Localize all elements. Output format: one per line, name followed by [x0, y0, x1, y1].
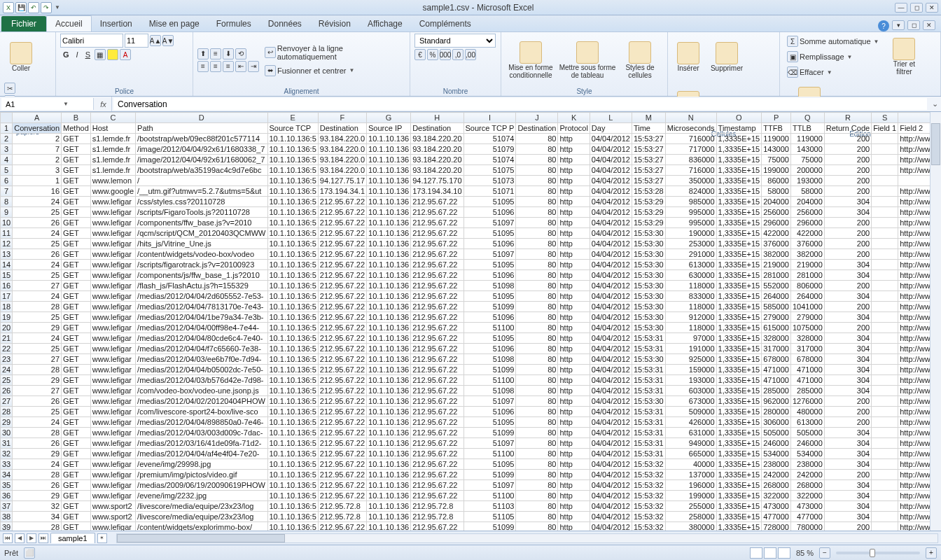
cell[interactable]: 10.1.10.136:5: [267, 302, 318, 312]
cell[interactable]: 15:53:31: [632, 344, 665, 354]
cell[interactable]: 534000: [762, 449, 791, 459]
cell[interactable]: www.sport2: [90, 512, 135, 522]
cell[interactable]: 1,3335E+15: [716, 207, 762, 218]
cell[interactable]: 1,3335E+15: [716, 333, 762, 344]
cell[interactable]: http: [558, 312, 590, 323]
row-header[interactable]: 32: [1, 449, 13, 459]
cell[interactable]: 10.1.10.136: [367, 155, 411, 165]
cell[interactable]: 10.1.10.136:5: [267, 260, 318, 270]
border-icon[interactable]: ▦: [95, 49, 106, 60]
new-sheet-icon[interactable]: ✶: [97, 533, 107, 543]
cell[interactable]: 51097: [463, 480, 516, 491]
cell[interactable]: [872, 491, 898, 501]
cell[interactable]: 80: [516, 375, 558, 386]
cell[interactable]: 10.1.10.136: [367, 354, 411, 365]
cell[interactable]: 212.95.67.22: [318, 323, 366, 333]
cell[interactable]: 212.95.67.22: [318, 365, 366, 375]
cell[interactable]: 93.184.220.0: [318, 144, 366, 155]
cell[interactable]: 24: [13, 417, 62, 428]
cell[interactable]: 212.95.67.22: [318, 270, 366, 281]
cell[interactable]: [872, 396, 898, 407]
cell[interactable]: 212.95.67.22: [318, 218, 366, 228]
cell[interactable]: GET: [62, 323, 91, 333]
tab-révision[interactable]: Révision: [310, 16, 359, 31]
cell[interactable]: 25: [13, 407, 62, 417]
cell[interactable]: 04/04/2012: [590, 155, 632, 165]
cell[interactable]: 212.95.67.22: [318, 312, 366, 323]
cell[interactable]: 1,3335E+15: [716, 197, 762, 207]
minimize-button[interactable]: —: [895, 3, 907, 13]
cell[interactable]: 15:53:30: [632, 260, 665, 270]
cell[interactable]: 15:53:31: [632, 407, 665, 417]
cell[interactable]: 833000: [665, 291, 716, 302]
cell[interactable]: 10.1.10.136: [367, 281, 411, 291]
cell[interactable]: 200: [824, 228, 871, 239]
cell[interactable]: 10.1.10.136:5: [267, 449, 318, 459]
col-header[interactable]: B: [62, 113, 91, 123]
cell[interactable]: 631000: [665, 428, 716, 438]
cell[interactable]: 10.1.10.136:5: [267, 438, 318, 449]
cell[interactable]: 93.184.220.20: [411, 144, 463, 155]
cell[interactable]: 10.1.10.136: [367, 134, 411, 144]
cell[interactable]: GET: [62, 449, 91, 459]
cell[interactable]: 1,3335E+15: [716, 512, 762, 522]
formula-input[interactable]: [113, 98, 927, 110]
cell[interactable]: s1.lemde.fr: [90, 144, 135, 155]
cell[interactable]: GET: [62, 270, 91, 281]
cell[interactable]: 10.1.10.136: [367, 449, 411, 459]
cell[interactable]: 04/04/2012: [590, 480, 632, 491]
cell[interactable]: 1,3335E+15: [716, 491, 762, 501]
view-normal-icon[interactable]: [750, 547, 762, 559]
cell[interactable]: 1,3335E+15: [716, 176, 762, 186]
cell[interactable]: 1,3335E+15: [716, 270, 762, 281]
cell[interactable]: 80: [516, 438, 558, 449]
cell[interactable]: 304: [824, 197, 871, 207]
cell[interactable]: GET: [62, 291, 91, 302]
cell[interactable]: 200: [824, 281, 871, 291]
cell[interactable]: 212.95.67.22: [318, 239, 366, 249]
cell[interactable]: 246000: [762, 438, 791, 449]
cell[interactable]: 281000: [790, 270, 824, 281]
cell[interactable]: 40000: [665, 459, 716, 470]
underline-button[interactable]: S: [83, 49, 93, 60]
cell[interactable]: /premium/img/pictos/video.gif: [136, 470, 267, 480]
cell[interactable]: [872, 354, 898, 365]
cell[interactable]: 200: [824, 407, 871, 417]
cell[interactable]: www.lefigar: [90, 302, 135, 312]
fill-color-icon[interactable]: [107, 49, 118, 60]
cell[interactable]: /scripts/FigaroTools.js?20110728: [136, 207, 267, 218]
cell[interactable]: 10.1.10.136:5: [267, 428, 318, 438]
cell[interactable]: 200: [824, 417, 871, 428]
cell[interactable]: 304: [824, 459, 871, 470]
cell[interactable]: TTFB: [762, 123, 791, 134]
cell[interactable]: /medias/2012/04/04/80cde6c4-7e40-: [136, 333, 267, 344]
cell[interactable]: 212.95.67.22: [318, 386, 366, 396]
cell[interactable]: 212.95.67.22: [318, 228, 366, 239]
cell[interactable]: 304: [824, 354, 871, 365]
row-header[interactable]: 3: [1, 144, 13, 155]
cell[interactable]: /medias/2009/06/19/20090619PHOW: [136, 480, 267, 491]
cell[interactable]: /evene/img/29998.jpg: [136, 459, 267, 470]
cell[interactable]: GET: [62, 344, 91, 354]
cell[interactable]: 471000: [762, 375, 791, 386]
cell[interactable]: 15:53:32: [632, 501, 665, 512]
cell[interactable]: 10.1.10.136: [367, 144, 411, 155]
cell[interactable]: 212.95.72.8: [318, 512, 366, 522]
col-header[interactable]: M: [632, 113, 665, 123]
cell[interactable]: 25: [13, 344, 62, 354]
cell[interactable]: 238000: [790, 459, 824, 470]
cell[interactable]: [872, 228, 898, 239]
cell[interactable]: 665000: [665, 449, 716, 459]
cell[interactable]: 304: [824, 365, 871, 375]
row-header[interactable]: 11: [1, 228, 13, 239]
cell[interactable]: GET: [62, 144, 91, 155]
clear-button[interactable]: ⌫Effacer▼: [784, 65, 883, 79]
cell[interactable]: 717000: [665, 144, 716, 155]
cell[interactable]: 10.1.10.136: [367, 186, 411, 197]
cell[interactable]: [872, 522, 898, 531]
cell[interactable]: 10.1.10.136: [367, 197, 411, 207]
cell[interactable]: [872, 260, 898, 270]
cell[interactable]: GET: [62, 417, 91, 428]
cell[interactable]: 925000: [665, 354, 716, 365]
cell[interactable]: 200: [824, 165, 871, 176]
